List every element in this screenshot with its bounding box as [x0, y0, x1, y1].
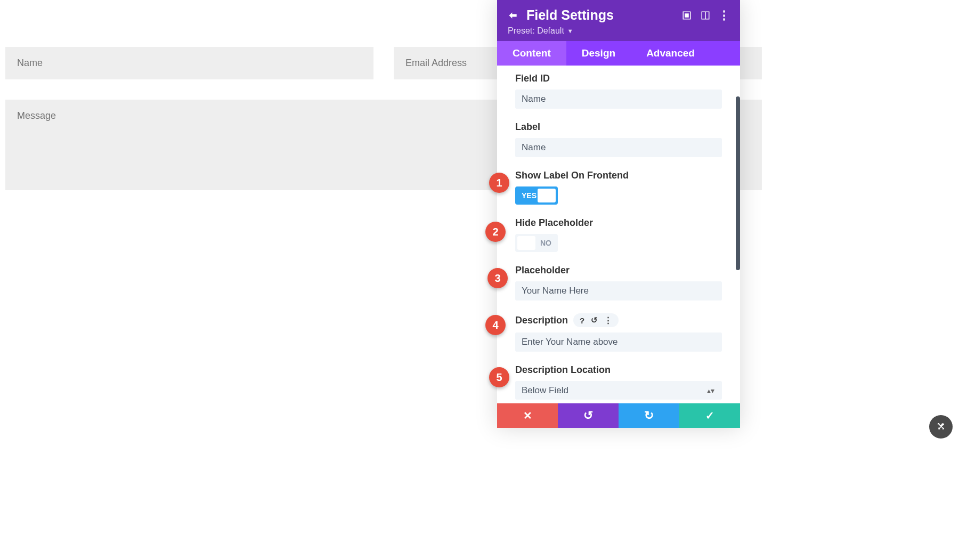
- chevron-down-icon: ▼: [567, 28, 573, 34]
- close-icon: ✕: [523, 409, 532, 422]
- reset-icon[interactable]: ↺: [591, 315, 598, 325]
- annotation-badge-5: 5: [489, 367, 509, 387]
- annotation-badge-4: 4: [485, 315, 506, 335]
- show-label-label: Show Label On Frontend: [515, 170, 722, 181]
- label-input[interactable]: [515, 138, 722, 157]
- setting-label: Label: [515, 121, 722, 157]
- panel-body: Field ID Label Show Label On Frontend YE…: [497, 66, 740, 403]
- toggle-knob: [538, 189, 556, 202]
- check-icon: ✓: [705, 409, 714, 422]
- panel-title: Field Settings: [526, 7, 673, 23]
- tab-design[interactable]: Design: [566, 41, 631, 66]
- description-tools: ? ↺ ⋮: [573, 313, 619, 327]
- annotation-badge-1: 1: [489, 173, 509, 193]
- label-label: Label: [515, 121, 722, 133]
- placeholder-input[interactable]: [515, 281, 722, 301]
- toggle-no-text: NO: [536, 239, 556, 247]
- redo-icon: ↻: [644, 409, 654, 423]
- description-location-select[interactable]: Below Field: [515, 381, 722, 400]
- name-input[interactable]: [5, 47, 373, 79]
- expand-icon[interactable]: [681, 10, 692, 21]
- hide-placeholder-label: Hide Placeholder: [515, 217, 722, 229]
- panel-footer: ✕ ↺ ↻ ✓: [497, 403, 740, 428]
- panel-header: Field Settings ⋮ Preset: Default ▼: [497, 0, 740, 41]
- description-input[interactable]: [515, 332, 722, 352]
- preset-dropdown[interactable]: Preset: Default ▼: [508, 26, 729, 36]
- field-id-input[interactable]: [515, 90, 722, 109]
- back-icon[interactable]: [508, 10, 518, 21]
- annotation-badge-3: 3: [487, 268, 508, 288]
- field-id-label: Field ID: [515, 73, 722, 84]
- scrollbar-thumb[interactable]: [736, 96, 740, 270]
- cancel-button[interactable]: ✕: [497, 403, 558, 428]
- resize-handle[interactable]: [929, 415, 953, 439]
- svg-rect-1: [685, 14, 688, 17]
- description-location-label: Description Location: [515, 364, 722, 376]
- save-button[interactable]: ✓: [679, 403, 740, 428]
- toggle-knob: [517, 236, 535, 250]
- field-settings-panel: Field Settings ⋮ Preset: Default ▼ Conte…: [497, 0, 740, 428]
- more-icon[interactable]: ⋮: [719, 10, 729, 21]
- setting-placeholder: Placeholder: [515, 265, 722, 301]
- help-icon[interactable]: ?: [580, 316, 584, 325]
- undo-button[interactable]: ↺: [558, 403, 619, 428]
- panel-tabs: Content Design Advanced: [497, 41, 740, 66]
- placeholder-label: Placeholder: [515, 265, 722, 276]
- setting-show-label: Show Label On Frontend YES: [515, 170, 722, 205]
- setting-hide-placeholder: Hide Placeholder NO: [515, 217, 722, 252]
- redo-button[interactable]: ↻: [619, 403, 679, 428]
- setting-description: Description ? ↺ ⋮: [515, 313, 722, 352]
- annotation-badge-2: 2: [485, 222, 506, 242]
- tab-advanced[interactable]: Advanced: [631, 41, 710, 66]
- hide-placeholder-toggle[interactable]: NO: [515, 234, 558, 252]
- description-label-row: Description ? ↺ ⋮: [515, 313, 722, 327]
- undo-icon: ↺: [583, 409, 593, 423]
- setting-field-id: Field ID: [515, 73, 722, 109]
- panel-layout-icon[interactable]: [700, 10, 711, 21]
- tab-content[interactable]: Content: [497, 41, 566, 66]
- description-label: Description: [515, 315, 568, 326]
- show-label-toggle[interactable]: YES: [515, 186, 558, 205]
- preset-label: Preset: Default: [508, 26, 564, 36]
- options-icon[interactable]: ⋮: [604, 315, 612, 325]
- setting-description-location: Description Location Below Field ▴▾: [515, 364, 722, 400]
